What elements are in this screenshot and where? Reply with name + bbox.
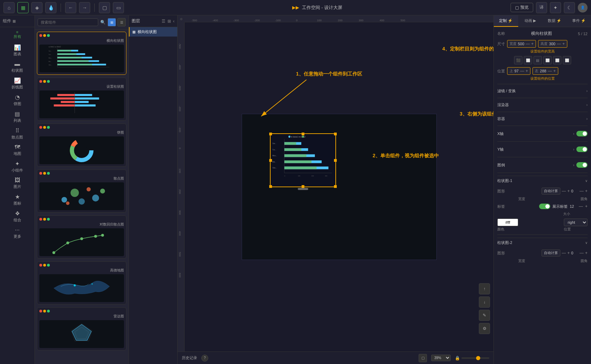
yaxis-toggle[interactable] — [576, 147, 588, 152]
nav-item-line[interactable]: 📈 折线图 — [0, 75, 34, 92]
history-label[interactable]: 历史记录 — [182, 355, 197, 361]
component-card-gaode-map[interactable]: 高德地图 — [37, 261, 126, 304]
drop-button[interactable]: 💧 — [45, 2, 56, 13]
xaxis-toggle[interactable] — [576, 131, 588, 136]
container-row[interactable]: 容器 › — [497, 115, 588, 123]
frame-button[interactable]: ▢ — [419, 354, 427, 362]
translate-button[interactable]: 译 — [536, 2, 547, 13]
top-minus[interactable]: — — [520, 69, 524, 73]
nav-item-pie[interactable]: ◔ 饼图 — [0, 92, 34, 109]
top-plus[interactable]: + — [526, 69, 528, 73]
list-view-button[interactable]: ☰ — [117, 18, 126, 26]
layers-button[interactable]: ◈ — [31, 2, 42, 13]
zoom-select[interactable]: 39% 50% 75% 100% — [431, 355, 451, 361]
canvas-workspace[interactable]: ● data1 ● data2 Sar... Tur... Mos... Bei… — [185, 22, 493, 351]
component-card-horizontal-bar[interactable]: 横向柱状图 ● data1 ● data2 Sar... Tur... Mos.… — [37, 32, 126, 75]
forward-button[interactable]: → — [79, 2, 90, 13]
bar1-show-tag-toggle[interactable] — [539, 204, 550, 209]
component-card-diverging-bar[interactable]: 设置柱状图 — [37, 78, 126, 121]
left-box[interactable]: 左 288 — + — [532, 67, 558, 75]
bar2-shape-auto[interactable]: 自动计算 — [542, 250, 560, 256]
desktop-button[interactable]: ▢ — [99, 2, 110, 13]
back-button[interactable]: ← — [65, 2, 76, 13]
align-btn-1[interactable]: ⬛ — [514, 56, 522, 64]
bar1-shape-plus2[interactable]: + — [585, 189, 588, 193]
width-box[interactable]: 宽度 500 — + — [507, 40, 536, 48]
component-card-log-scatter[interactable]: 对数回归散点图 — [37, 215, 126, 259]
bar1-header[interactable]: 柱状图-1 ∨ — [497, 176, 588, 185]
bar1-color-box[interactable]: #fff — [497, 219, 518, 226]
nav-item-all[interactable]: ≡ 所有 — [0, 27, 34, 42]
renderer-row[interactable]: 渲染器 › — [497, 101, 588, 109]
bar1-shape-minus2[interactable]: — — [580, 189, 584, 193]
left-plus[interactable]: + — [553, 69, 556, 73]
component-card-pie[interactable]: 饼图 — [37, 124, 126, 167]
top-box[interactable]: 上 97 — + — [507, 67, 530, 75]
home-button[interactable]: ⌂ — [3, 2, 15, 13]
tab-custom[interactable]: 定制 ⚡ — [494, 15, 518, 27]
resize-handle-tl[interactable] — [269, 133, 272, 135]
resize-handle-ml[interactable] — [269, 159, 272, 162]
avatar[interactable]: 👤 — [578, 3, 588, 13]
wand-button[interactable]: ✦ — [550, 2, 561, 13]
zoom-slider[interactable] — [461, 357, 489, 359]
chart-component[interactable]: ● data1 ● data2 Sar... Tur... Mos... Bei… — [270, 133, 336, 187]
left-minus[interactable]: — — [548, 69, 552, 73]
resize-handle-bm[interactable] — [302, 185, 304, 188]
align-btn-3[interactable]: ▤ — [534, 56, 542, 64]
moon-button[interactable]: ☾ — [564, 2, 575, 13]
legend-toggle[interactable] — [576, 162, 588, 168]
resize-handle-mr[interactable] — [334, 159, 337, 162]
resize-handle-tr[interactable] — [334, 133, 337, 135]
drag-handle-bottom[interactable] — [298, 188, 308, 190]
component-card-scatter[interactable]: 散点图 — [37, 169, 126, 213]
upload-button[interactable]: ↑ — [479, 283, 490, 294]
bar-chart-button[interactable]: ▦ — [17, 2, 29, 13]
resize-handle-tm[interactable] — [302, 133, 304, 135]
search-input[interactable] — [38, 18, 98, 26]
layer-item-1[interactable]: ▦ 横向柱状图 — [129, 27, 177, 37]
canvas-frame[interactable]: ● data1 ● data2 Sar... Tur... Mos... Bei… — [242, 114, 437, 260]
nav-item-map[interactable]: 🗺 地图 — [0, 142, 34, 158]
bar1-shape-auto[interactable]: 自动计算 — [542, 188, 560, 195]
bar2-shape-minus2[interactable]: — — [580, 251, 584, 255]
nav-item-bar[interactable]: ▬ 柱状图 — [0, 59, 34, 75]
tab-animate[interactable]: 动画 ▶ — [518, 15, 543, 27]
grid-view-button[interactable]: ⊞ — [108, 18, 116, 26]
align-btn-6[interactable]: ⬜ — [563, 56, 571, 64]
component-card-radar[interactable]: 雷达图 — [37, 307, 126, 350]
nav-item-group[interactable]: ❖ 组合 — [0, 208, 34, 225]
layer-view-icon[interactable]: ☰ — [162, 19, 165, 24]
bar1-tag-size-plus[interactable]: + — [585, 204, 588, 209]
bar2-shape-plus2[interactable]: + — [585, 251, 588, 255]
tab-event[interactable]: 事件 ⚡ — [567, 15, 591, 27]
help-button[interactable]: ? — [201, 355, 208, 362]
download-button[interactable]: ↓ — [479, 296, 490, 308]
height-minus[interactable]: — — [557, 41, 561, 46]
align-btn-2[interactable]: ⬜ — [524, 56, 532, 64]
preview-button[interactable]: ▢ custom 预览 — [511, 3, 533, 12]
width-minus[interactable]: — — [526, 41, 530, 46]
nav-item-chart[interactable]: 📊 图表 — [0, 42, 34, 59]
resize-handle-bl[interactable] — [269, 185, 272, 188]
layer-grid-icon[interactable]: ⊞ — [168, 19, 171, 24]
mobile-button[interactable]: ▭ — [113, 2, 124, 13]
height-box[interactable]: 高度 300 — + — [538, 40, 567, 48]
legend-row[interactable]: 图例 › — [497, 160, 588, 170]
nav-item-icon[interactable]: ★ 图标 — [0, 191, 34, 208]
nav-item-table[interactable]: ▤ 列表 — [0, 109, 34, 125]
canvas-content[interactable]: -500 -400 -300 -200 -100 0 100 200 300 4… — [178, 22, 493, 351]
bar2-shape-minus[interactable]: — — [562, 251, 566, 255]
align-btn-5[interactable]: ⬜ — [553, 56, 561, 64]
width-plus[interactable]: + — [531, 41, 534, 46]
filter-transform-row[interactable]: 滤镜 / 变换 › — [497, 87, 588, 95]
height-plus[interactable]: + — [562, 41, 565, 46]
resize-handle-br[interactable] — [334, 185, 337, 188]
bar2-header[interactable]: 柱状图-2 ∨ — [497, 238, 588, 247]
edit-button[interactable]: ✎ — [479, 310, 490, 321]
bar2-shape-plus[interactable]: + — [567, 251, 570, 255]
yaxis-row[interactable]: Y轴 › — [497, 144, 588, 154]
tab-data[interactable]: 数据 ⚡ — [543, 15, 567, 27]
bar1-tag-size-minus[interactable]: — — [579, 204, 583, 209]
nav-item-widget[interactable]: ✦ 小组件 — [0, 158, 34, 175]
